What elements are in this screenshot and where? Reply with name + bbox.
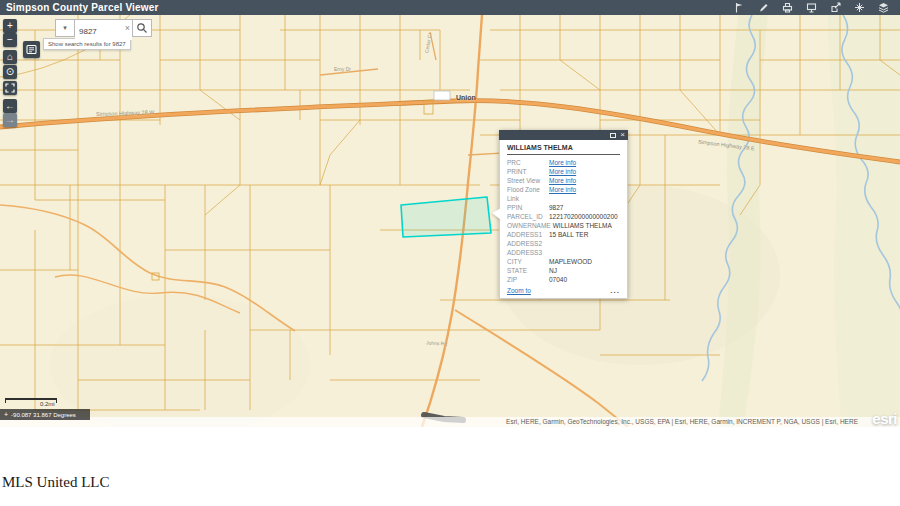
field-more-info-link[interactable]: More info bbox=[549, 158, 576, 167]
chevron-down-icon: ▾ bbox=[63, 24, 67, 32]
field-label: ADDRESS3 bbox=[507, 248, 549, 257]
panel-widget-icon bbox=[26, 44, 37, 55]
app-title: Simpson County Parcel Viewer bbox=[0, 0, 159, 15]
layers-tool-button[interactable] bbox=[877, 1, 890, 14]
popup-field-list: PRCMore infoPRINTMore infoStreet ViewMor… bbox=[507, 158, 620, 284]
field-label: PRC bbox=[507, 158, 549, 167]
search-input[interactable] bbox=[75, 24, 132, 40]
popup-body: WILLIAMS THELMA PRCMore infoPRINTMore in… bbox=[499, 140, 628, 299]
search-source-dropdown[interactable]: ▾ bbox=[55, 19, 75, 37]
field-label: OWNERNAME bbox=[507, 221, 553, 230]
clear-search-icon[interactable]: × bbox=[125, 23, 130, 34]
field-label: ADDRESS2 bbox=[507, 239, 549, 248]
map-attribution: Esri, HERE, Garmin, GeoTechnologies, Inc… bbox=[0, 417, 900, 427]
field-label: PRINT bbox=[507, 167, 549, 176]
field-label: STATE bbox=[507, 266, 549, 275]
popup-field-row: ADDRESS2 bbox=[507, 239, 620, 248]
popup-footer: Zoom to ... bbox=[507, 287, 620, 294]
popup-field-row: Flood Zone LinkMore info bbox=[507, 185, 620, 203]
popup-field-row: STATENJ bbox=[507, 266, 620, 275]
more-actions-button[interactable]: ... bbox=[610, 288, 620, 293]
home-button[interactable]: ⌂ bbox=[3, 50, 17, 64]
popup-field-row: PRCMore info bbox=[507, 158, 620, 167]
app-header: Simpson County Parcel Viewer bbox=[0, 0, 900, 15]
select-tool-button[interactable] bbox=[853, 1, 866, 14]
divider bbox=[507, 154, 620, 155]
field-value: 07040 bbox=[549, 275, 567, 284]
field-value: NJ bbox=[549, 266, 557, 275]
maximize-icon[interactable] bbox=[610, 133, 616, 138]
map-viewport: Union Simpson Highway 28 W Simpson Highw… bbox=[0, 15, 900, 427]
scale-label: 0.2mi bbox=[40, 401, 55, 407]
popup-titlebar: × bbox=[499, 130, 628, 140]
search-icon bbox=[136, 22, 148, 34]
zoom-in-button[interactable]: + bbox=[3, 19, 17, 33]
esri-logo: esri bbox=[872, 410, 897, 427]
popup-field-row: CITYMAPLEWOOD bbox=[507, 257, 620, 266]
crosshair-icon: + bbox=[4, 409, 8, 420]
share-icon bbox=[830, 2, 841, 13]
share-tool-button[interactable] bbox=[829, 1, 842, 14]
field-value: 15 BALL TER bbox=[549, 230, 588, 239]
coordinates-text: -90.087 31.867 Degrees bbox=[11, 412, 76, 418]
popup-field-row: ADDRESS3 bbox=[507, 248, 620, 257]
field-more-info-link[interactable]: More info bbox=[549, 167, 576, 176]
app-root: Simpson County Parcel Viewer bbox=[0, 0, 900, 506]
search-button[interactable] bbox=[132, 19, 152, 37]
field-value: 9827 bbox=[549, 203, 563, 212]
slides-tool-button[interactable] bbox=[805, 1, 818, 14]
full-extent-button[interactable] bbox=[3, 81, 17, 95]
zoom-out-button[interactable]: − bbox=[3, 33, 17, 47]
locate-button[interactable]: ⊙ bbox=[3, 65, 17, 79]
field-value: 1221702000000000200 bbox=[549, 212, 618, 221]
measure-tool-button[interactable] bbox=[733, 1, 746, 14]
search-suggestion[interactable]: Show search results for 9827 bbox=[43, 38, 131, 50]
map-canvas[interactable] bbox=[0, 15, 900, 427]
field-label: ZIP bbox=[507, 275, 549, 284]
slides-icon bbox=[806, 2, 817, 13]
popup-field-row: PRINTMore info bbox=[507, 167, 620, 176]
selected-parcel[interactable] bbox=[401, 197, 491, 237]
search-field-wrap: × bbox=[74, 19, 133, 37]
field-label: Flood Zone Link bbox=[507, 185, 549, 203]
field-value: WILLIAMS THELMA bbox=[553, 221, 612, 230]
footer-area: MLS United LLC bbox=[0, 427, 900, 506]
layers-icon bbox=[878, 2, 889, 13]
coordinate-readout: + -90.087 31.867 Degrees bbox=[0, 409, 90, 420]
select-icon bbox=[854, 2, 865, 13]
header-toolbar bbox=[733, 1, 900, 14]
widget-panel-button[interactable] bbox=[23, 41, 40, 58]
field-label: ADDRESS1 bbox=[507, 230, 549, 239]
close-icon[interactable]: × bbox=[620, 130, 625, 140]
forward-extent-button[interactable]: → bbox=[3, 113, 17, 127]
popup-title: WILLIAMS THELMA bbox=[507, 144, 620, 154]
draw-icon bbox=[758, 2, 769, 13]
field-label: CITY bbox=[507, 257, 549, 266]
popup-field-row: Street ViewMore info bbox=[507, 176, 620, 185]
field-label: PARCEL_ID bbox=[507, 212, 549, 221]
measure-icon bbox=[734, 2, 745, 13]
popup-field-row: PPIN9827 bbox=[507, 203, 620, 212]
field-more-info-link[interactable]: More info bbox=[549, 185, 576, 203]
print-icon bbox=[782, 2, 793, 13]
popup-field-row: OWNERNAMEWILLIAMS THELMA bbox=[507, 221, 620, 230]
back-extent-button[interactable]: ← bbox=[3, 99, 17, 113]
mls-label: MLS United LLC bbox=[2, 474, 110, 491]
draw-tool-button[interactable] bbox=[757, 1, 770, 14]
print-tool-button[interactable] bbox=[781, 1, 794, 14]
parcel-popup: × WILLIAMS THELMA PRCMore infoPRINTMore … bbox=[499, 130, 628, 299]
popup-field-row: PARCEL_ID1221702000000000200 bbox=[507, 212, 620, 221]
expand-icon bbox=[5, 83, 15, 93]
popup-field-row: ADDRESS115 BALL TER bbox=[507, 230, 620, 239]
field-label: PPIN bbox=[507, 203, 549, 212]
field-more-info-link[interactable]: More info bbox=[549, 176, 576, 185]
zoom-to-link[interactable]: Zoom to bbox=[507, 287, 531, 294]
field-label: Street View bbox=[507, 176, 549, 185]
popup-field-row: ZIP07040 bbox=[507, 275, 620, 284]
field-value: MAPLEWOOD bbox=[549, 257, 592, 266]
